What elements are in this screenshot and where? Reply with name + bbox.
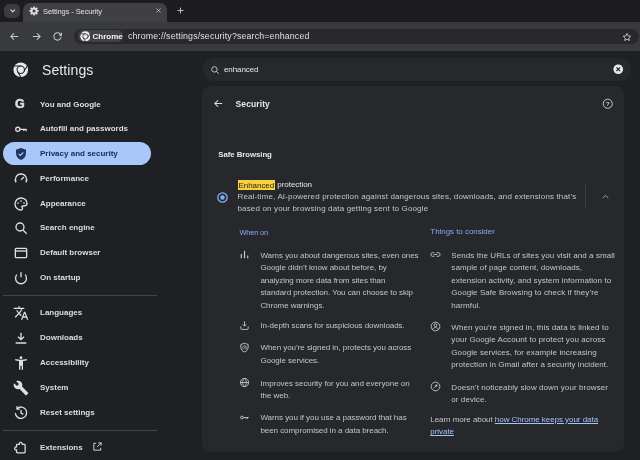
svg-text:?: ?: [605, 101, 609, 107]
